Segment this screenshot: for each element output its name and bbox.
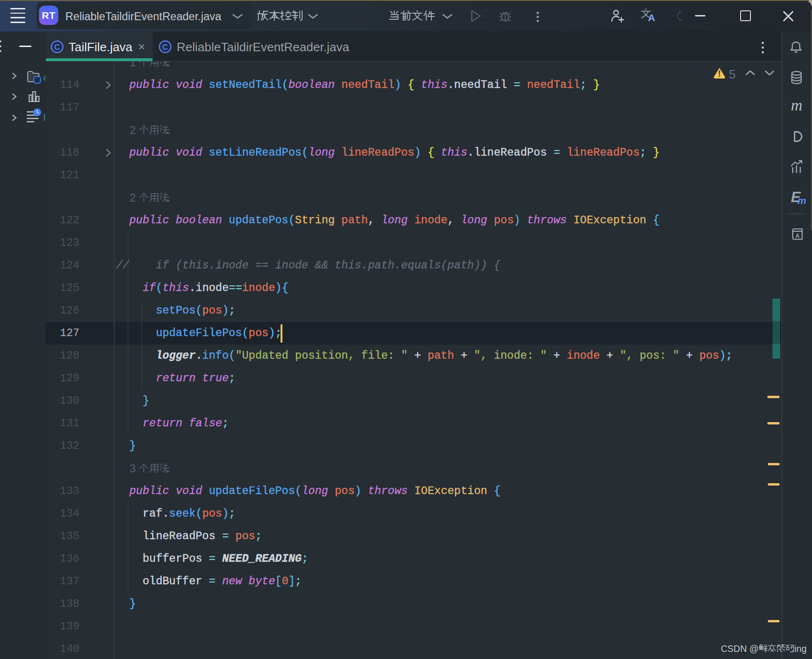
svg-text:A: A [796,233,800,239]
svg-text:C: C [54,43,60,52]
svg-text:C: C [162,43,168,52]
